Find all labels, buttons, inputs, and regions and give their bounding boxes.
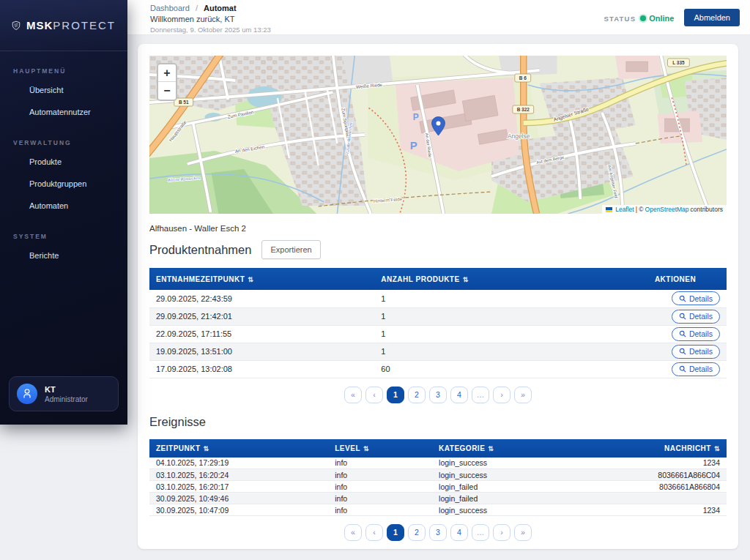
sidebar-item-uebersicht[interactable]: Übersicht <box>0 79 127 101</box>
pagination-next[interactable]: › <box>493 524 510 541</box>
details-button[interactable]: Details <box>672 327 720 341</box>
zoom-out-button[interactable]: − <box>158 82 176 100</box>
magnifier-icon <box>679 313 686 320</box>
cell-level: info <box>328 481 432 493</box>
cell-time: 22.09.2025, 17:11:55 <box>149 325 374 343</box>
cell-time: 29.09.2025, 21:42:01 <box>149 307 374 325</box>
openstreetmap-link[interactable]: OpenStreetMap <box>645 206 689 213</box>
pagination-last[interactable]: » <box>514 524 532 541</box>
cell-message: 8036661A866804 <box>572 481 727 493</box>
column-label: Zeitpunkt <box>156 444 201 452</box>
pagination-page-4[interactable]: 4 <box>450 387 468 403</box>
status-group: STATUSOnline <box>604 11 674 24</box>
withdrawals-pagination: « ‹ 1 2 3 4 … › » <box>149 387 727 403</box>
pagination-page-1[interactable]: 1 <box>387 524 404 541</box>
cell-level: info <box>328 469 432 481</box>
cell-category: login_failed <box>432 481 572 493</box>
pagination-ellipsis: … <box>472 387 489 403</box>
user-info: KT Administrator <box>45 385 88 403</box>
map[interactable]: B 51 B 6 B 322 L 335 Hauptstraße Zum Spo… <box>149 56 727 214</box>
parking-icon: P <box>413 112 419 122</box>
events-table: Zeitpunkt⇅ Level⇅ Kategorie⇅ Nachricht⇅ … <box>149 439 727 517</box>
pagination-ellipsis: … <box>472 524 489 541</box>
cell-category: login_success <box>432 504 572 516</box>
sidebar-nav: HAUPTMENÜ Übersicht Automatennutzer VERW… <box>0 67 127 266</box>
sidebar-item-produktgruppen[interactable]: Produktgruppen <box>0 173 127 195</box>
sort-icon[interactable]: ⇅ <box>248 276 253 283</box>
details-button[interactable]: Details <box>672 291 720 305</box>
cell-time: 19.09.2025, 13:51:00 <box>149 343 374 360</box>
cell-category: login_success <box>432 469 572 481</box>
export-button[interactable]: Exportieren <box>261 240 320 259</box>
pagination-first[interactable]: « <box>344 524 362 541</box>
ukraine-flag-icon <box>606 207 612 212</box>
column-header-entnahmezeitpunkt[interactable]: Entnahmezeitpunkt⇅ <box>149 268 374 290</box>
pagination-last[interactable]: » <box>514 387 532 403</box>
sort-icon[interactable]: ⇅ <box>363 445 369 452</box>
pagination-prev[interactable]: ‹ <box>365 524 383 541</box>
column-header-nachricht[interactable]: Nachricht⇅ <box>572 439 727 458</box>
sort-icon[interactable]: ⇅ <box>488 445 494 452</box>
column-header-zeitpunkt[interactable]: Zeitpunkt⇅ <box>149 439 328 458</box>
column-header-kategorie[interactable]: Kategorie⇅ <box>432 439 572 458</box>
attribution-suffix: contributors <box>691 206 723 213</box>
details-label: Details <box>689 365 713 373</box>
sort-icon[interactable]: ⇅ <box>714 445 720 452</box>
nav-section-label: SYSTEM <box>0 233 127 240</box>
cell-count: 1 <box>374 290 624 307</box>
pagination-first[interactable]: « <box>344 387 362 403</box>
cell-count: 60 <box>374 360 624 378</box>
cell-count: 1 <box>374 325 624 343</box>
sort-icon[interactable]: ⇅ <box>463 276 469 283</box>
table-row: 22.09.2025, 17:11:55 1 Details <box>149 325 727 343</box>
cell-category: login_success <box>432 458 572 469</box>
sort-icon[interactable]: ⇅ <box>204 445 209 452</box>
details-button[interactable]: Details <box>672 345 720 359</box>
avatar <box>17 384 37 404</box>
details-button[interactable]: Details <box>672 310 720 324</box>
events-title: Ereignisse <box>149 415 727 429</box>
pagination-prev[interactable]: ‹ <box>365 387 383 403</box>
cell-time: 17.09.2025, 13:02:08 <box>149 360 374 378</box>
sidebar-item-automaten[interactable]: Automaten <box>0 195 127 217</box>
column-label: Kategorie <box>439 444 485 452</box>
table-header-row: Entnahmezeitpunkt⇅ Anzahl Produkte⇅ Akti… <box>149 268 727 290</box>
logout-button[interactable]: Abmelden <box>684 9 740 26</box>
datetime-text: Donnerstag, 9. Oktober 2025 um 13:23 <box>150 26 740 34</box>
sidebar-item-automatennutzer[interactable]: Automatennutzer <box>0 101 127 123</box>
nav-section-hauptmenu: HAUPTMENÜ Übersicht Automatennutzer <box>0 67 127 123</box>
column-header-anzahl-produkte[interactable]: Anzahl Produkte⇅ <box>374 268 624 290</box>
pagination-page-2[interactable]: 2 <box>408 387 426 403</box>
withdrawals-title: Produktentnahmen <box>149 243 251 257</box>
content-card: B 51 B 6 B 322 L 335 Hauptstraße Zum Spo… <box>138 44 738 549</box>
cell-level: info <box>328 493 432 504</box>
online-status-dot-icon <box>640 15 646 21</box>
column-label: Nachricht <box>664 444 711 452</box>
sidebar-item-berichte[interactable]: Berichte <box>0 244 127 266</box>
cell-category: login_failed <box>432 493 572 504</box>
user-card[interactable]: KT Administrator <box>9 376 119 411</box>
column-header-level[interactable]: Level⇅ <box>328 439 432 458</box>
brand-bold: MSK <box>26 19 53 31</box>
pagination-page-1[interactable]: 1 <box>387 387 404 403</box>
pagination-page-4[interactable]: 4 <box>450 524 468 541</box>
pagination-page-3[interactable]: 3 <box>429 387 447 403</box>
details-button[interactable]: Details <box>672 362 720 376</box>
leaflet-link[interactable]: Leaflet <box>615 206 634 213</box>
cell-time: 03.10.2025, 16:20:17 <box>149 481 328 493</box>
magnifier-icon <box>679 348 686 355</box>
magnifier-icon <box>679 295 686 302</box>
table-row: 03.10.2025, 16:20:24 info login_success … <box>149 469 727 481</box>
nav-section-system: SYSTEM Berichte <box>0 233 127 266</box>
pagination-page-2[interactable]: 2 <box>408 524 426 541</box>
zoom-in-button[interactable]: + <box>158 64 176 82</box>
pagination-next[interactable]: › <box>493 387 510 403</box>
sidebar-item-produkte[interactable]: Produkte <box>0 151 127 173</box>
magnifier-icon <box>679 365 686 373</box>
pagination-page-3[interactable]: 3 <box>429 524 447 541</box>
cell-time: 04.10.2025, 17:29:19 <box>149 458 328 469</box>
breadcrumb-dashboard[interactable]: Dashboard <box>150 4 190 12</box>
magnifier-icon <box>679 330 686 337</box>
cell-time: 29.09.2025, 22:43:59 <box>149 290 374 307</box>
location-caption: Alfhausen - Waller Esch 2 <box>149 224 727 233</box>
